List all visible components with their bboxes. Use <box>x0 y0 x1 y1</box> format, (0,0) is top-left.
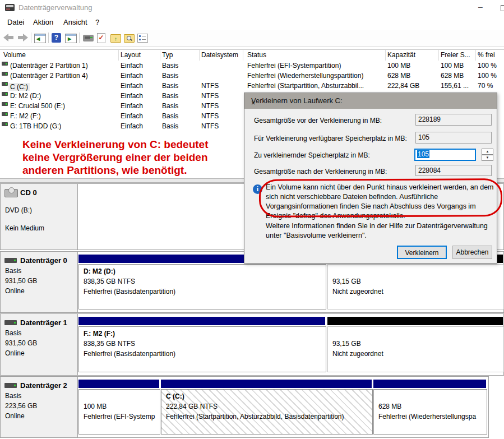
disk-0-panel[interactable]: Datenträger 0 Basis 931,50 GB Online <box>1 252 78 312</box>
cell-dateisystem: NTFS <box>201 112 219 120</box>
shrink-amount-spinner: ▲ ▼ <box>482 149 493 161</box>
disk-name: Datenträger 0 <box>20 256 67 265</box>
cell-volume: D: M2 (D:) <box>10 92 41 100</box>
col-typ[interactable]: Typ <box>162 51 173 59</box>
back-icon[interactable] <box>3 32 15 44</box>
menu-aktion[interactable]: Aktion <box>33 18 53 26</box>
cell-typ: Basis <box>162 82 178 90</box>
disk-type: Basis <box>5 392 21 400</box>
volume-icon <box>2 112 8 116</box>
toolbar-separator <box>31 33 31 43</box>
partition-efi[interactable]: 100 MB Fehlerfrei (EFI-Systemp <box>78 377 159 437</box>
col-dateisystem[interactable]: Dateisystem <box>201 51 238 59</box>
volume-icon <box>2 72 8 76</box>
cell-typ: Basis <box>162 102 178 110</box>
partition-size: 100 MB <box>84 403 107 410</box>
total-size-after-field: 228084 <box>415 165 492 176</box>
shrink-help-text: Weitere Informationen finden Sie in der … <box>266 221 490 241</box>
partition-f[interactable]: F.: M2 (F:) 838,35 GB NTFS Fehlerfrei (B… <box>78 314 325 375</box>
check-document-icon[interactable]: ✓ <box>97 32 109 44</box>
cell-dateisystem: NTFS <box>201 92 219 100</box>
cd-name: CD 0 <box>20 188 37 197</box>
minimize-button[interactable]: – <box>468 0 493 15</box>
col-kapazitaet[interactable]: Kapazität <box>387 51 415 59</box>
disk-icon <box>4 258 17 263</box>
menu-ansicht[interactable]: Ansicht <box>63 18 87 26</box>
partition-bar <box>373 380 486 388</box>
disk-icon <box>4 320 17 325</box>
partition-c-selected[interactable]: C (C:) 222,84 GB NTFS Fehlerfrei (Startp… <box>161 377 372 437</box>
cell-dateisystem: NTFS <box>201 122 219 130</box>
partition-status: Fehlerfrei (EFI-Systemp <box>84 413 155 420</box>
volume-icon <box>2 62 8 66</box>
cd-panel[interactable]: CD 0 DVD (B:) Kein Medium <box>1 184 78 249</box>
cell-frei: 70 % <box>478 82 493 90</box>
volume-icon <box>2 102 8 106</box>
cell-typ: Basis <box>162 92 178 100</box>
menu-hilfe[interactable]: ? <box>95 18 99 26</box>
partition-title: D: M2 (D:) <box>84 267 115 275</box>
help-icon[interactable]: ? <box>52 32 64 44</box>
disk-type: Basis <box>5 329 21 337</box>
partition-title: F.: M2 (F:) <box>84 330 115 338</box>
disk-size: 931,50 GB <box>5 339 37 347</box>
dialog-title-bar[interactable]: Verkleinern von Laufwerk C: × <box>244 93 497 109</box>
table-row-selected[interactable]: C (C:) Einfach Basis NTFS Fehlerfrei (St… <box>0 81 504 91</box>
unallocated-space[interactable]: 93,15 GB Nicht zugeordnet <box>327 314 503 375</box>
col-status[interactable]: Status <box>247 51 266 59</box>
disk-1-panel[interactable]: Datenträger 1 Basis 931,50 GB Online <box>1 314 78 375</box>
volume-icon <box>2 92 8 96</box>
cell-status: Fehlerfrei (EFI-Systempartition) <box>247 62 341 70</box>
cell-kapazitaet: 100 MB <box>387 62 410 70</box>
unallocated-label: Nicht zugeordnet <box>332 288 383 295</box>
cell-kapazitaet: 222,84 GB <box>387 82 419 90</box>
disk-2-panel[interactable]: Datenträger 2 Basis 223,56 GB Online <box>1 377 78 437</box>
disk-size: 223,56 GB <box>5 402 37 410</box>
popup-window-icon[interactable] <box>83 32 95 44</box>
table-row[interactable]: (Datenträger 2 Partition 1) Einfach Basi… <box>0 61 504 71</box>
spin-down-icon[interactable]: ▼ <box>482 155 493 161</box>
shrink-dialog: Verkleinern von Laufwerk C: × Gesamtgröß… <box>244 93 497 264</box>
partition-size: 838,35 GB NTFS <box>84 278 135 285</box>
show-console-tree-icon[interactable]: ◀ <box>34 32 47 44</box>
cell-layout: Einfach <box>121 122 143 130</box>
show-action-pane-icon[interactable]: ▶ <box>65 32 77 44</box>
partition-size: 838,35 GB NTFS <box>84 340 135 348</box>
cell-layout: Einfach <box>121 72 143 80</box>
cell-layout: Einfach <box>121 92 143 100</box>
close-icon[interactable]: × <box>251 96 491 110</box>
menu-bar: Datei Aktion Ansicht ? <box>0 15 504 30</box>
annotation-text: Keine Verkleinerung von C: bedeutet kein… <box>22 138 209 177</box>
maximize-button[interactable] <box>501 5 504 11</box>
partition-size: 222,84 GB NTFS <box>166 403 218 410</box>
abbrechen-button[interactable]: Abbrechen <box>452 246 492 259</box>
folder-find-icon[interactable] <box>124 32 136 44</box>
field-label: Für Verkleinerung verfügbarer Speicherpl… <box>254 135 407 142</box>
shrink-amount-input[interactable]: 105 <box>414 149 476 161</box>
unallocated-size: 93,15 GB <box>332 278 361 285</box>
cell-volume: E: Crucial 500 (E:) <box>10 102 65 110</box>
properties-list-icon[interactable] <box>137 32 150 44</box>
folder-up-icon[interactable]: ↑ <box>110 32 123 44</box>
cell-status: Fehlerfrei (Startpartition, Absturzabbil… <box>247 82 364 90</box>
disk-name: Datenträger 2 <box>20 381 67 390</box>
verkleinern-button[interactable]: Verkleinern <box>397 246 447 259</box>
col-freier[interactable]: Freier S... <box>441 51 470 59</box>
menu-datei[interactable]: Datei <box>7 18 24 26</box>
partition-status: Fehlerfrei (Wiederherstellungspa <box>378 413 476 420</box>
forward-icon[interactable] <box>16 32 29 44</box>
col-frei[interactable]: % frei <box>478 51 495 59</box>
partition-recovery[interactable]: 628 MB Fehlerfrei (Wiederherstellungspa <box>373 377 486 437</box>
spin-up-icon[interactable]: ▲ <box>482 149 493 155</box>
col-volume[interactable]: Volume <box>3 51 26 59</box>
cell-volume: (Datenträger 2 Partition 4) <box>10 72 88 80</box>
app-icon <box>5 4 15 11</box>
partition-bar <box>78 380 159 388</box>
cell-kapazitaet: 628 MB <box>387 72 410 80</box>
col-layout[interactable]: Layout <box>121 51 141 59</box>
title-bar: Datenträgerverwaltung – <box>0 0 504 15</box>
cell-freier: 100 MB <box>441 62 464 70</box>
table-row[interactable]: (Datenträger 2 Partition 4) Einfach Basi… <box>0 71 504 81</box>
disk-size: 931,50 GB <box>5 277 37 285</box>
cell-volume: G: 1TB HDD (G:) <box>10 122 61 130</box>
